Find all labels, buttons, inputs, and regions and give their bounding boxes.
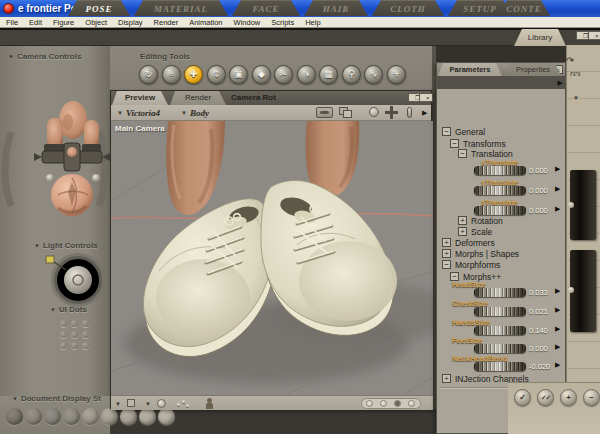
palette-next-arrow-icon[interactable]: ▶ <box>558 79 563 87</box>
tree-toggle[interactable]: + <box>442 238 451 247</box>
dial-options-arrow-icon[interactable]: ▶ <box>555 361 560 369</box>
actor-select-menu[interactable]: ▼ Body <box>181 107 209 119</box>
parameter-dial[interactable] <box>474 307 526 316</box>
preview-viewport[interactable]: Main Camera <box>111 121 433 395</box>
grouping-tool-button[interactable]: ▦ <box>319 65 338 84</box>
camera-trackball-control[interactable] <box>51 174 93 216</box>
camera-dolly-ball-right[interactable] <box>92 174 100 182</box>
document-close-button[interactable]: × <box>419 93 433 102</box>
tab-library[interactable]: Library <box>514 29 566 46</box>
library-apply-all-button[interactable]: ✓✓ <box>537 389 554 406</box>
ui-dot[interactable] <box>82 331 89 338</box>
dial-options-arrow-icon[interactable]: ▶ <box>555 325 560 333</box>
parameter-dial[interactable] <box>474 166 526 175</box>
dial-value[interactable]: -0.020 <box>529 362 550 371</box>
menu-animation[interactable]: Animation <box>189 18 222 27</box>
rotate-tool-button[interactable]: ↻ <box>139 65 158 84</box>
ui-dot[interactable] <box>82 320 89 327</box>
tree-toggle[interactable]: − <box>458 149 467 158</box>
color-tool-button[interactable]: ◑ <box>297 65 316 84</box>
tab-render[interactable]: Render <box>170 91 226 105</box>
display-style-lit-wireframe[interactable] <box>82 408 99 425</box>
library-close-button[interactable]: × <box>588 31 600 40</box>
tree-toggle[interactable]: − <box>450 139 459 148</box>
tracking-dot[interactable] <box>408 400 415 407</box>
library-apply-button[interactable]: ✓ <box>514 389 531 406</box>
ui-dot[interactable] <box>82 342 89 349</box>
tab-properties[interactable]: Properties <box>505 63 561 76</box>
dial-value[interactable]: 0.140 <box>529 326 548 335</box>
menu-render[interactable]: Render <box>154 18 179 27</box>
left-hand-camera-control[interactable] <box>47 118 63 148</box>
camera-view-layers-icon[interactable] <box>339 107 352 118</box>
display-style-flat-lined[interactable] <box>120 408 137 425</box>
display-style-ball-icon[interactable] <box>157 399 166 408</box>
menu-edit[interactable]: Edit <box>29 18 42 27</box>
trackball-icon[interactable] <box>369 107 379 117</box>
translate-in-out-tool-button[interactable]: ⇕ <box>207 65 226 84</box>
menu-file[interactable]: File <box>6 18 18 27</box>
dial-value[interactable]: 0.033 <box>529 288 548 297</box>
dial-options-arrow-icon[interactable]: ▶ <box>555 205 560 213</box>
tracking-mode-icon[interactable] <box>127 399 135 407</box>
scale-tool-button[interactable]: ▣ <box>229 65 248 84</box>
tree-toggle[interactable]: + <box>458 216 467 225</box>
ui-dot[interactable] <box>60 320 67 327</box>
display-style-silhouette[interactable] <box>6 408 23 425</box>
chain-break-tool-button[interactable]: ✂ <box>274 65 293 84</box>
face-camera-icon[interactable] <box>316 107 333 118</box>
morphing-tool-button[interactable]: ∿ <box>364 65 383 84</box>
display-style-smooth-shaded[interactable] <box>139 408 156 425</box>
parameter-dial[interactable] <box>474 186 526 195</box>
dial-options-arrow-icon[interactable]: ▶ <box>555 287 560 295</box>
dial-options-arrow-icon[interactable]: ▶ <box>555 165 560 173</box>
taper-tool-button[interactable]: ◆ <box>252 65 271 84</box>
display-style-hidden-line[interactable] <box>63 408 80 425</box>
light-controls-header[interactable]: ▼ Light Controls <box>34 241 98 250</box>
light-ball[interactable] <box>64 266 92 294</box>
parameter-dial[interactable] <box>474 206 526 215</box>
tab-parameters[interactable]: Parameters <box>438 63 502 76</box>
ui-dot[interactable] <box>60 331 67 338</box>
tracking-dot[interactable] <box>380 400 387 407</box>
tab-material[interactable]: MATERIAL <box>134 0 228 16</box>
translate-pull-tool-button[interactable]: ✚ <box>184 65 203 84</box>
tracking-dot-selected[interactable] <box>394 400 401 407</box>
display-style-menu-icon[interactable]: ▼ <box>145 401 151 407</box>
tab-cloth[interactable]: CLOTH <box>372 0 444 16</box>
menu-display[interactable]: Display <box>118 18 143 27</box>
ui-dot[interactable] <box>71 342 78 349</box>
library-item-thumbnail[interactable] <box>570 170 596 240</box>
light-controls-cluster[interactable] <box>36 250 116 308</box>
camera-orbit-right-arc[interactable] <box>99 132 105 206</box>
expand-right-icon[interactable]: ▶ <box>422 109 427 116</box>
tab-content[interactable]: CONTE <box>498 0 550 16</box>
library-remove-button[interactable]: − <box>583 389 600 406</box>
ui-dot[interactable] <box>71 320 78 327</box>
tab-preview[interactable]: Preview <box>112 91 168 105</box>
menu-object[interactable]: Object <box>85 18 107 27</box>
dial-value[interactable]: 0.000 <box>529 186 548 195</box>
library-add-button[interactable]: + <box>560 389 577 406</box>
parameter-dial[interactable] <box>474 344 526 353</box>
dial-options-arrow-icon[interactable]: ▶ <box>555 185 560 193</box>
twist-tool-button[interactable]: ≈ <box>162 65 181 84</box>
tree-toggle[interactable]: + <box>442 374 451 383</box>
menu-window[interactable]: Window <box>234 18 261 27</box>
parameter-dial[interactable] <box>474 326 526 335</box>
tab-hair[interactable]: HAIR <box>304 0 368 16</box>
display-style-texture-shaded[interactable] <box>158 408 175 425</box>
figure-select-menu[interactable]: ▼ Victoria4 <box>117 107 160 119</box>
display-style-flat-shaded[interactable] <box>101 408 118 425</box>
document-display-style-header[interactable]: ▼ Document Display St <box>12 394 101 403</box>
ui-dot[interactable] <box>71 331 78 338</box>
parameter-dial[interactable] <box>474 288 526 297</box>
dial-value[interactable]: 0.000 <box>529 344 548 353</box>
light-indicator[interactable] <box>46 256 54 263</box>
menu-figure[interactable]: Figure <box>53 18 74 27</box>
tree-toggle[interactable]: − <box>442 127 451 136</box>
display-style-outline[interactable] <box>25 408 42 425</box>
ui-dot[interactable] <box>60 342 67 349</box>
dial-options-arrow-icon[interactable]: ▶ <box>555 343 560 351</box>
tree-toggle[interactable]: + <box>442 249 451 258</box>
